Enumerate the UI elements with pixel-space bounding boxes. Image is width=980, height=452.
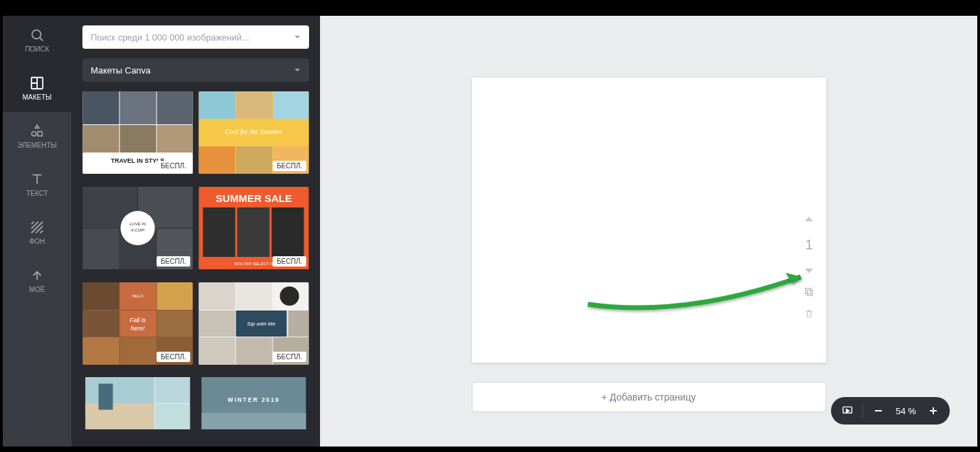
svg-rect-7 — [157, 91, 193, 124]
template-tile[interactable]: SUMMER SALE 50% OFF SELECT IT БЕСПЛ. — [198, 187, 309, 269]
svg-rect-46 — [157, 310, 193, 337]
nav-uploads-label: МОЁ — [30, 286, 45, 293]
svg-rect-10 — [157, 125, 193, 152]
nav-elements-label: ЭЛЕМЕНТЫ — [17, 142, 56, 149]
svg-rect-40 — [157, 282, 193, 310]
search-placeholder: Поиск среди 1 000 000 изображений... — [91, 32, 249, 43]
template-grid: TRAVEL IN STYLE БЕСПЛ. Cool for the Summ… — [82, 91, 309, 437]
nav-background[interactable]: ФОН — [3, 208, 71, 256]
text-icon — [30, 172, 45, 187]
copy-page-icon[interactable] — [804, 287, 814, 297]
nav-search-label: ПОИСК — [25, 45, 49, 53]
free-badge: БЕСПЛ. — [157, 352, 190, 362]
svg-rect-63 — [86, 403, 155, 429]
page-number: 1 — [805, 237, 812, 253]
svg-point-2 — [32, 131, 36, 135]
svg-rect-6 — [120, 91, 157, 124]
uploads-icon — [30, 268, 45, 283]
canvas-area: + Добавить страницу 1 — [320, 16, 977, 447]
templates-icon — [30, 76, 45, 91]
page-controls: 1 — [804, 215, 814, 319]
svg-text:Cool for the Summer: Cool for the Summer — [225, 128, 283, 135]
page-down-icon[interactable] — [804, 265, 814, 275]
svg-text:Fall is: Fall is — [130, 317, 146, 324]
svg-rect-71 — [807, 290, 812, 295]
svg-rect-66 — [155, 404, 190, 429]
svg-rect-20 — [236, 146, 273, 174]
svg-rect-48 — [120, 337, 157, 365]
zoom-level: 54 % — [893, 406, 918, 416]
template-tile[interactable]: LOVE IN A CUP! БЕСПЛ. — [82, 187, 193, 269]
svg-text:50% OFF SELECT IT: 50% OFF SELECT IT — [234, 262, 274, 266]
template-tile[interactable]: WINTER 2019 — [198, 377, 309, 429]
svg-text:SUMMER SALE: SUMMER SALE — [216, 192, 292, 204]
svg-rect-15 — [236, 91, 273, 119]
free-badge: БЕСПЛ. — [273, 352, 306, 362]
separator — [863, 403, 863, 418]
nav-uploads[interactable]: МОЁ — [3, 256, 71, 304]
svg-rect-57 — [288, 310, 309, 337]
svg-rect-47 — [83, 337, 119, 365]
delete-page-icon[interactable] — [804, 309, 814, 319]
nav-templates[interactable]: МАКЕТЫ — [3, 64, 71, 112]
svg-rect-58 — [199, 337, 236, 365]
elements-icon — [30, 124, 45, 139]
svg-rect-16 — [273, 91, 309, 119]
svg-text:WINTER 2019: WINTER 2019 — [228, 396, 280, 403]
svg-rect-33 — [238, 207, 270, 257]
svg-rect-64 — [99, 384, 113, 410]
presentation-icon[interactable] — [842, 405, 853, 416]
page-up-icon[interactable] — [804, 215, 814, 225]
zoom-bar: 54 % — [831, 397, 950, 425]
search-input[interactable]: Поиск среди 1 000 000 изображений... — [82, 25, 309, 49]
svg-rect-51 — [199, 282, 236, 310]
svg-rect-32 — [203, 207, 236, 257]
templates-panel: Поиск среди 1 000 000 изображений... Мак… — [71, 16, 320, 447]
background-icon — [30, 220, 45, 235]
svg-rect-70 — [806, 289, 811, 294]
svg-rect-68 — [202, 414, 306, 430]
free-badge: БЕСПЛ. — [273, 256, 306, 267]
svg-rect-14 — [199, 91, 236, 119]
add-page-button[interactable]: + Добавить страницу — [472, 382, 826, 412]
svg-rect-54 — [199, 310, 236, 337]
nav-text[interactable]: ТЕКСТ — [3, 160, 71, 208]
svg-rect-38 — [83, 282, 119, 310]
search-icon — [30, 27, 45, 43]
svg-point-0 — [32, 30, 41, 38]
svg-rect-25 — [83, 229, 119, 269]
svg-rect-42 — [83, 310, 119, 337]
svg-text:A CUP!: A CUP! — [130, 228, 145, 232]
svg-rect-43 — [120, 310, 157, 337]
free-badge: БЕСПЛ. — [273, 161, 306, 171]
svg-rect-19 — [199, 146, 236, 174]
nav-text-label: ТЕКСТ — [26, 190, 48, 197]
svg-text:here!: here! — [130, 325, 145, 332]
svg-text:HELLO: HELLO — [132, 294, 144, 298]
canvas[interactable] — [472, 78, 826, 363]
svg-text:Sip with Me: Sip with Me — [247, 321, 276, 327]
svg-rect-9 — [120, 125, 157, 152]
template-tile[interactable]: HELLO Fall is here! БЕСПЛ. — [82, 282, 193, 365]
svg-rect-5 — [83, 91, 119, 124]
svg-rect-3 — [38, 131, 42, 135]
svg-text:LOVE IN: LOVE IN — [130, 222, 146, 226]
svg-rect-59 — [236, 337, 273, 365]
nav-templates-label: МАКЕТЫ — [23, 93, 52, 101]
template-tile[interactable] — [82, 377, 193, 429]
chevron-down-icon — [294, 67, 301, 74]
chevron-down-icon — [294, 34, 301, 41]
template-tile[interactable]: Sip with Me БЕСПЛ. — [198, 282, 309, 365]
nav-search[interactable]: ПОИСК — [3, 16, 71, 64]
zoom-out-icon[interactable] — [873, 405, 884, 416]
zoom-in-icon[interactable] — [928, 405, 939, 416]
template-tile[interactable]: TRAVEL IN STYLE БЕСПЛ. — [82, 91, 193, 174]
nav-elements[interactable]: ЭЛЕМЕНТЫ — [3, 112, 71, 160]
template-tile[interactable]: Cool for the Summer БЕСПЛ. — [198, 91, 309, 174]
free-badge: БЕСПЛ. — [157, 161, 190, 171]
svg-rect-34 — [272, 207, 304, 257]
category-select[interactable]: Макеты Canva — [82, 58, 309, 82]
svg-rect-8 — [83, 125, 119, 152]
nav-background-label: ФОН — [30, 238, 45, 245]
svg-rect-52 — [236, 282, 273, 310]
